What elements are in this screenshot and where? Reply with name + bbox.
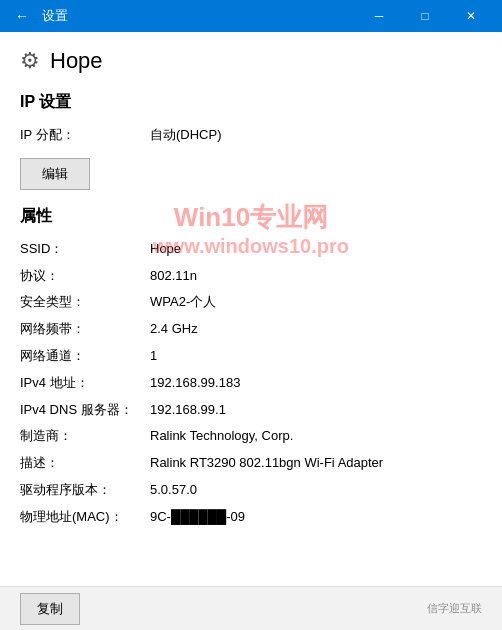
page-title: Hope — [50, 48, 103, 74]
property-row: 驱动程序版本：5.0.57.0 — [20, 480, 482, 501]
back-button[interactable]: ← — [8, 2, 36, 30]
property-label: 制造商： — [20, 426, 150, 447]
property-value: WPA2-个人 — [150, 292, 482, 313]
property-row: 安全类型：WPA2-个人 — [20, 292, 482, 313]
restore-icon: □ — [421, 9, 428, 23]
property-row: 制造商：Ralink Technology, Corp. — [20, 426, 482, 447]
properties-list: SSID：Hope协议：802.11n安全类型：WPA2-个人网络频带：2.4 … — [20, 239, 482, 528]
property-label: IPv4 DNS 服务器： — [20, 400, 150, 421]
settings-icon: ⚙ — [20, 48, 40, 74]
property-row: SSID：Hope — [20, 239, 482, 260]
property-label: 网络通道： — [20, 346, 150, 367]
property-value: Ralink Technology, Corp. — [150, 426, 482, 447]
property-label: 协议： — [20, 266, 150, 287]
property-row: 物理地址(MAC)：9C-██████-09 — [20, 507, 482, 528]
ip-assignment-row: IP 分配： 自动(DHCP) — [20, 125, 482, 146]
property-value: Ralink RT3290 802.11bgn Wi-Fi Adapter — [150, 453, 482, 474]
property-label: 描述： — [20, 453, 150, 474]
property-row: IPv4 DNS 服务器：192.168.99.1 — [20, 400, 482, 421]
restore-button[interactable]: □ — [402, 0, 448, 32]
edit-button[interactable]: 编辑 — [20, 158, 90, 190]
property-label: 网络频带： — [20, 319, 150, 340]
property-row: 网络频带：2.4 GHz — [20, 319, 482, 340]
main-content: ⚙ Hope IP 设置 IP 分配： 自动(DHCP) 编辑 属性 SSID：… — [0, 32, 502, 630]
property-row: 网络通道：1 — [20, 346, 482, 367]
property-value: 9C-██████-09 — [150, 507, 482, 528]
property-value: 802.11n — [150, 266, 482, 287]
minimize-button[interactable]: ─ — [356, 0, 402, 32]
property-row: IPv4 地址：192.168.99.183 — [20, 373, 482, 394]
window-controls: ─ □ ✕ — [356, 0, 494, 32]
property-label: 物理地址(MAC)： — [20, 507, 150, 528]
property-label: SSID： — [20, 239, 150, 260]
ip-assignment-value: 自动(DHCP) — [150, 125, 482, 146]
property-row: 描述：Ralink RT3290 802.11bgn Wi-Fi Adapter — [20, 453, 482, 474]
titlebar: ← 设置 ─ □ ✕ — [0, 0, 502, 32]
close-button[interactable]: ✕ — [448, 0, 494, 32]
property-value: 1 — [150, 346, 482, 367]
ip-settings-title: IP 设置 — [20, 92, 482, 113]
property-value: 192.168.99.1 — [150, 400, 482, 421]
property-label: 安全类型： — [20, 292, 150, 313]
property-label: IPv4 地址： — [20, 373, 150, 394]
minimize-icon: ─ — [375, 9, 384, 23]
property-value: 5.0.57.0 — [150, 480, 482, 501]
bottom-icon-text: 信字迎互联 — [427, 601, 482, 616]
bottom-right-info: 信字迎互联 — [427, 601, 482, 616]
titlebar-title: 设置 — [42, 7, 356, 25]
property-value: 2.4 GHz — [150, 319, 482, 340]
properties-title: 属性 — [20, 206, 482, 227]
back-icon: ← — [15, 8, 29, 24]
property-row: 协议：802.11n — [20, 266, 482, 287]
property-value: Hope — [150, 239, 482, 260]
property-label: 驱动程序版本： — [20, 480, 150, 501]
bottom-bar: 复制 信字迎互联 — [0, 586, 502, 630]
ip-settings-section: IP 设置 IP 分配： 自动(DHCP) 编辑 — [20, 92, 482, 206]
properties-section: 属性 SSID：Hope协议：802.11n安全类型：WPA2-个人网络频带：2… — [20, 206, 482, 528]
property-value: 192.168.99.183 — [150, 373, 482, 394]
copy-button[interactable]: 复制 — [20, 593, 80, 625]
close-icon: ✕ — [466, 9, 476, 23]
page-header: ⚙ Hope — [20, 48, 482, 74]
ip-assignment-label: IP 分配： — [20, 125, 150, 146]
